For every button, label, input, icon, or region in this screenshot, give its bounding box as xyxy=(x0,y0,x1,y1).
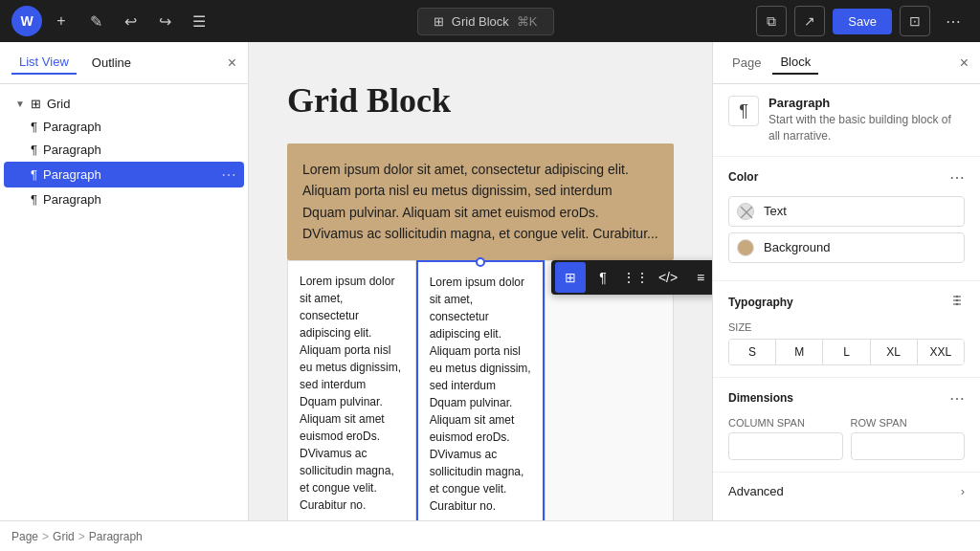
sidebar: List View Outline × ▼ ⊞ Grid ¶ Paragraph… xyxy=(0,42,249,520)
edit-button[interactable]: ✎ xyxy=(80,6,111,36)
settings-icon xyxy=(949,293,965,308)
floating-block-toolbar: ⊞ ¶ ⋮⋮ </> ≡ B I ⌘ xyxy=(551,260,712,295)
topbar-center: ⊞ Grid Block ⌘K xyxy=(222,8,748,35)
color-section-header: Color ⋯ xyxy=(728,168,965,187)
add-button[interactable]: + xyxy=(46,6,77,36)
breadcrumb-page[interactable]: Page xyxy=(11,530,38,543)
column-span-input[interactable] xyxy=(728,432,843,460)
column-span-field: COLUMN SPAN xyxy=(728,417,843,460)
background-color-row[interactable]: Background xyxy=(728,232,965,263)
typography-section-header: Typography xyxy=(728,293,965,312)
block-info-text: Paragraph Start with the basic building … xyxy=(768,96,965,144)
row-span-field: ROW SPAN xyxy=(851,417,966,460)
wp-logo-icon[interactable]: W xyxy=(11,6,42,36)
color-more-button[interactable]: ⋯ xyxy=(949,168,965,187)
right-panel: Page Block × ¶ Paragraph Start with the … xyxy=(712,42,980,520)
tree-item-label: Paragraph xyxy=(43,167,101,182)
tree-item-label: Paragraph xyxy=(43,192,101,207)
breadcrumb-text: Grid Block xyxy=(452,14,509,29)
dimensions-section: Dimensions ⋯ COLUMN SPAN ROW SPAN xyxy=(713,378,980,473)
advanced-label: Advanced xyxy=(728,484,784,498)
text-color-label: Text xyxy=(764,204,787,218)
more-options-button[interactable]: ⋯ xyxy=(938,6,969,36)
chevron-down-icon: ▼ xyxy=(15,99,25,109)
sidebar-item-paragraph-4[interactable]: ¶ Paragraph xyxy=(4,188,244,210)
text-color-row[interactable]: Text xyxy=(728,196,965,227)
right-panel-close-button[interactable]: × xyxy=(960,55,969,72)
breadcrumb-paragraph[interactable]: Paragraph xyxy=(89,530,143,543)
panel-tab-page[interactable]: Page xyxy=(724,52,768,74)
size-l-button[interactable]: L xyxy=(823,340,870,364)
size-s-button[interactable]: S xyxy=(729,340,776,364)
editor-area[interactable]: Grid Block Lorem ipsum dolor sit amet, c… xyxy=(249,42,712,520)
toolbar-drag-button[interactable]: ⋮⋮ xyxy=(620,262,651,293)
tree-item-label: Paragraph xyxy=(43,120,101,134)
grid-cell-1-text: Lorem ipsum dolor sit amet, consectetur … xyxy=(300,275,401,512)
topbar: W + ✎ ↩ ↪ ☰ ⊞ Grid Block ⌘K ⧉ ↗ Save xyxy=(0,0,980,42)
block-name: Paragraph xyxy=(768,96,965,110)
toolbar-paragraph-button[interactable]: ¶ xyxy=(588,262,618,293)
sidebar-tab-outline[interactable]: Outline xyxy=(84,52,139,74)
grid-icon: ⊞ xyxy=(565,270,576,285)
dimensions-section-header: Dimensions ⋯ xyxy=(728,389,965,408)
sidebar-item-paragraph-2[interactable]: ¶ Paragraph xyxy=(4,139,244,161)
background-color-label: Background xyxy=(764,240,830,254)
list-view-toggle-button[interactable]: ☰ xyxy=(184,6,214,36)
redo-button[interactable]: ↪ xyxy=(149,6,180,36)
grid-cell-2[interactable]: Lorem ipsum dolor sit amet, consectetur … xyxy=(416,260,546,520)
grid-cell-3[interactable] xyxy=(545,260,674,520)
font-size-buttons: S M L XL XXL xyxy=(728,339,965,365)
undo-button[interactable]: ↩ xyxy=(115,6,145,36)
size-m-button[interactable]: M xyxy=(776,340,823,364)
dimensions-more-button[interactable]: ⋯ xyxy=(949,389,965,408)
size-label: SIZE xyxy=(728,321,965,333)
size-xl-button[interactable]: XL xyxy=(871,340,918,364)
page-title: Grid Block xyxy=(287,80,674,121)
breadcrumb-icon: ⊞ xyxy=(434,14,444,29)
view-button[interactable]: ⧉ xyxy=(756,6,787,36)
save-button[interactable]: Save xyxy=(833,9,892,34)
sidebar-close-button[interactable]: × xyxy=(228,55,236,72)
grid-icon: ⊞ xyxy=(31,97,41,111)
panel-tab-block[interactable]: Block xyxy=(772,51,818,75)
sidebar-item-grid[interactable]: ▼ ⊞ Grid xyxy=(4,93,244,115)
paragraph-icon: ¶ xyxy=(31,120,37,134)
highlighted-paragraph-block[interactable]: Lorem ipsum dolor sit amet, consectetur … xyxy=(287,143,674,260)
sidebar-item-paragraph-3[interactable]: ¶ Paragraph ⋯ xyxy=(4,162,244,187)
sidebar-header: List View Outline × xyxy=(0,42,248,84)
preview-button[interactable]: ↗ xyxy=(794,6,825,36)
sidebar-item-paragraph-1[interactable]: ¶ Paragraph xyxy=(4,116,244,138)
topbar-breadcrumb[interactable]: ⊞ Grid Block ⌘K xyxy=(417,8,554,35)
text-color-swatch xyxy=(737,203,754,220)
dimensions-section-title: Dimensions xyxy=(728,391,793,405)
svg-point-4 xyxy=(956,302,958,304)
row-span-input[interactable] xyxy=(851,432,966,460)
dimensions-grid: COLUMN SPAN ROW SPAN xyxy=(728,417,965,460)
typography-section-title: Typography xyxy=(728,296,793,309)
drag-icon: ⋮⋮ xyxy=(622,270,649,285)
advanced-section[interactable]: Advanced › xyxy=(713,473,980,510)
resize-handle-top[interactable] xyxy=(476,257,485,267)
sidebar-tab-list-view[interactable]: List View xyxy=(11,51,77,75)
background-color-swatch xyxy=(737,239,754,256)
row-span-label: ROW SPAN xyxy=(851,417,966,429)
size-xxl-button[interactable]: XXL xyxy=(918,340,964,364)
typography-more-button[interactable] xyxy=(949,293,965,312)
right-panel-header: Page Block × xyxy=(713,42,980,84)
tree-item-label: Paragraph xyxy=(43,143,101,157)
topbar-left: W + ✎ ↩ ↪ ☰ xyxy=(11,6,214,36)
more-options-icon[interactable]: ⋯ xyxy=(221,165,236,184)
svg-point-3 xyxy=(956,298,958,300)
sidebar-tree: ▼ ⊞ Grid ¶ Paragraph ¶ Paragraph ¶ Parag… xyxy=(0,84,248,520)
toolbar-code-button[interactable]: </> xyxy=(653,262,683,293)
breadcrumb-grid[interactable]: Grid xyxy=(53,530,75,543)
bottom-breadcrumb: Page > Grid > Paragraph xyxy=(0,520,980,551)
svg-point-2 xyxy=(956,295,958,297)
grid-cell-2-text: Lorem ipsum dolor sit amet, consectetur … xyxy=(430,276,531,520)
grid-cell-1[interactable]: Lorem ipsum dolor sit amet, consectetur … xyxy=(287,260,416,520)
highlighted-paragraph-text: Lorem ipsum dolor sit amet, consectetur … xyxy=(302,162,658,241)
settings-button[interactable]: ⊡ xyxy=(900,6,930,36)
toolbar-grid-icon-button[interactable]: ⊞ xyxy=(555,262,586,293)
breadcrumb-sep-2: > xyxy=(78,530,85,543)
toolbar-align-button[interactable]: ≡ xyxy=(685,262,712,293)
